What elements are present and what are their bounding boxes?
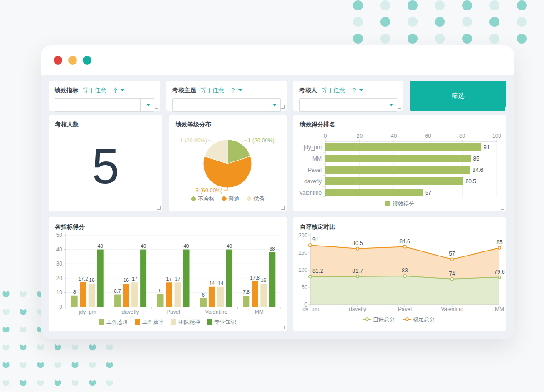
svg-text:84.6: 84.6 [473,167,484,173]
score-ranking-chart: 020406080100jdy_pm91MM85Pavel84.6davefly… [293,115,506,211]
svg-text:jdy_pm: jdy_pm [78,309,96,315]
svg-text:1 (20.00%): 1 (20.00%) [180,137,207,144]
card-indicator-scores: 各指标得分 01020304050jdy_pm817.21640davefly8… [49,217,287,331]
filter-value-input[interactable] [172,98,281,112]
svg-text:Valentino: Valentino [299,190,322,196]
svg-text:普通: 普通 [229,196,240,202]
svg-text:8: 8 [73,289,76,295]
decor-dot [435,17,445,27]
page-background: 绩效指标等于任意一个 考核主题等于任意一个 考核人等于任意一个 [0,0,544,392]
decor-dot [517,34,527,44]
decor-dot [353,34,363,44]
filter-operator-dropdown[interactable]: 等于任意一个 [322,87,363,94]
decor-pac-icon [2,378,10,386]
svg-text:8.7: 8.7 [114,288,121,294]
decor-pac-icon [19,378,27,386]
indicator-scores-chart: 01020304050jdy_pm817.21640davefly8.71617… [49,217,287,331]
svg-text:16: 16 [261,277,266,283]
decor-pac-icon [36,378,45,386]
decor-dot [408,17,418,27]
svg-text:MM: MM [255,309,264,315]
filter-label: 绩效指标 [55,87,78,94]
window-header [41,45,514,75]
dropdown-caret-zone[interactable] [140,99,154,111]
filter-card-reviewer: 考核人等于任意一个 [293,81,403,111]
svg-text:38: 38 [269,246,275,251]
svg-text:74: 74 [449,271,455,277]
filter-submit-button[interactable]: 筛选 [410,81,506,111]
svg-text:84.6: 84.6 [399,238,410,245]
resize-handle[interactable] [281,326,285,329]
svg-text:优秀: 优秀 [254,196,265,202]
resize-handle[interactable] [281,206,285,210]
svg-text:Pavel: Pavel [398,306,412,312]
decor-dot [489,0,499,10]
decor-pac-icon [36,360,45,368]
filter-value-input[interactable] [55,98,154,112]
kpi-title: 考核人数 [55,121,79,129]
filter-operator-dropdown[interactable]: 等于任意一个 [201,87,242,94]
resize-handle[interactable] [155,105,158,109]
filter-input-value [300,99,383,111]
traffic-light-yellow-icon[interactable] [68,56,77,65]
svg-text:57: 57 [449,251,455,257]
svg-text:91: 91 [484,144,490,151]
decor-pac-icon [106,342,114,351]
svg-text:MM: MM [495,306,504,312]
filter-operator-dropdown[interactable]: 等于任意一个 [83,87,124,94]
decor-pac-icon [2,360,10,368]
svg-text:Valentino: Valentino [205,309,227,315]
svg-text:83: 83 [402,267,408,274]
chevron-down-icon [121,89,124,93]
app-window: 绩效指标等于任意一个 考核主题等于任意一个 考核人等于任意一个 [41,45,514,339]
svg-text:工作效率: 工作效率 [142,319,164,325]
decor-pac-icon [19,289,27,297]
decor-pac-icon [54,342,62,351]
decor-pac-icon [106,360,114,368]
resize-handle[interactable] [157,206,161,210]
svg-text:Valentino: Valentino [441,306,463,312]
decor-dot [462,34,472,44]
grade-pie-chart: 1 (20.00%)3 (60.00%)1 (20.00%)不合格普通优秀 [169,115,287,211]
svg-text:91: 91 [312,236,319,243]
resize-handle[interactable] [281,105,285,109]
card-grade-distribution: 绩效等级分布 1 (20.00%)3 (60.00%)1 (20.00%)不合格… [169,115,287,211]
svg-text:20: 20 [357,133,363,139]
decor-dot [408,0,418,10]
resize-handle[interactable] [501,326,504,329]
filter-card-review-topic: 考核主题等于任意一个 [166,81,287,111]
resize-handle[interactable] [501,206,504,210]
decor-dot [489,17,499,27]
dropdown-caret-zone[interactable] [267,99,280,111]
decor-pac-icon [2,307,10,315]
svg-text:30: 30 [56,261,63,267]
filter-input-value [55,99,140,111]
svg-text:6: 6 [202,292,205,297]
card-score-ranking: 绩效得分排名 020406080100jdy_pm91MM85Pavel84.6… [293,115,506,211]
svg-text:16: 16 [123,277,129,283]
decor-pac-icon [19,307,27,315]
decor-pac-icon [88,360,96,368]
card-headcount: 考核人数 5 [49,115,162,211]
svg-text:3 (60.00%): 3 (60.00%) [196,187,222,194]
traffic-light-red-icon[interactable] [54,56,62,65]
traffic-light-green-icon[interactable] [83,56,91,65]
chevron-down-icon [359,89,363,93]
svg-text:绩效得分: 绩效得分 [393,201,414,207]
svg-text:80: 80 [459,133,466,139]
resize-handle[interactable] [502,107,506,111]
svg-text:7.8: 7.8 [243,289,250,295]
filter-value-input[interactable] [299,98,397,112]
svg-text:核定总分: 核定总分 [413,316,435,322]
chart-title: 绩效得分排名 [300,121,335,129]
decor-pac-icon [106,378,114,386]
svg-text:MM: MM [312,156,322,162]
svg-text:0: 0 [324,133,327,139]
svg-text:40: 40 [183,243,189,249]
decor-pac-icon [19,342,27,351]
decor-dot [408,34,418,44]
dropdown-caret-zone[interactable] [383,99,397,111]
resize-handle[interactable] [398,105,401,109]
svg-text:80.5: 80.5 [352,240,363,246]
svg-text:团队精神: 团队精神 [178,319,200,325]
